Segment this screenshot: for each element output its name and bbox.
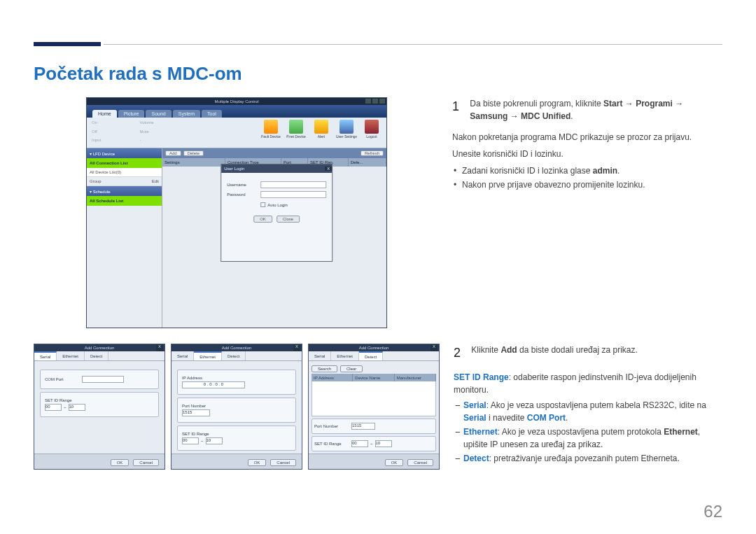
tab-tool[interactable]: Tool <box>202 110 222 118</box>
ac-tab-serial3[interactable]: Serial <box>309 351 331 360</box>
header-rule-short <box>34 42 101 46</box>
ribbon-volume[interactable]: Volume <box>139 120 187 128</box>
add-button[interactable]: Add <box>165 150 181 156</box>
tab-picture[interactable]: Picture <box>118 110 145 118</box>
ac-title-text: Add Connection <box>85 346 115 350</box>
step2: 2 Kliknite Add da biste dodali uređaj za… <box>454 344 722 363</box>
ac-tab-serial2[interactable]: Serial <box>172 351 194 360</box>
sidebar-all-list[interactable]: All Device List(0) <box>87 168 162 177</box>
ribbon-on[interactable]: On <box>91 120 139 128</box>
close-icon[interactable] <box>379 99 385 104</box>
eth-setid-from[interactable]: 00 <box>182 437 199 444</box>
ac-eth-body: IP Address 0 . 0 . 0 . 0 Port Number 151… <box>172 361 302 454</box>
mdc-main-area: Add Delete Refresh Settings Connection T… <box>162 148 386 328</box>
login-ok-button[interactable]: OK <box>253 216 272 223</box>
addconn-serial-dialog: Add ConnectionX Serial Ethernet Detect C… <box>34 344 165 470</box>
start-label: Start <box>603 99 622 108</box>
setid-to[interactable]: 10 <box>69 404 85 411</box>
sidebar-lfd-header[interactable]: ▾ LFD Device <box>87 148 162 158</box>
min-icon[interactable] <box>365 99 371 104</box>
tab-system[interactable]: System <box>173 110 200 118</box>
det-setid-from[interactable]: 00 <box>351 440 368 447</box>
sidebar-group-row[interactable]: Group Edit <box>87 177 162 186</box>
ac-eth-footer: OK Cancel <box>172 454 302 470</box>
login-body: Username Password Auto Login <box>221 173 332 228</box>
addconn-ethernet-dialog: Add ConnectionX Serial Ethernet Detect I… <box>171 344 302 470</box>
ac-tab-ethernet2[interactable]: Ethernet <box>194 351 222 360</box>
password-input[interactable] <box>260 191 326 198</box>
mdc-titlebar: Multiple Display Control <box>87 98 386 105</box>
sidebar-schedule-list[interactable]: All Schedule List <box>87 196 162 206</box>
username-input[interactable] <box>260 181 326 188</box>
com-port-select[interactable] <box>82 376 124 383</box>
login-buttons: OK Close <box>227 216 326 223</box>
ac-cancel-button3[interactable]: Cancel <box>407 459 433 466</box>
det-setid-to[interactable]: 10 <box>375 440 392 447</box>
col-ip: IP Address <box>312 374 353 381</box>
tilde2: ~ <box>201 439 204 443</box>
det-setid-label: SET ID Range <box>314 442 349 446</box>
ribbon-off[interactable]: Off <box>91 129 139 137</box>
refresh-button[interactable]: Refresh <box>360 150 384 156</box>
ribbon-mute[interactable]: Mute <box>139 129 187 137</box>
fault-device-button[interactable]: Fault Device <box>260 120 281 146</box>
period1: . <box>570 111 573 121</box>
s2-text1: Kliknite <box>471 345 500 355</box>
setid-from[interactable]: 00 <box>45 404 62 411</box>
serial-blue: Serial <box>463 400 486 410</box>
ribbon-right-icons: Fault Device P.net Device Alert User Set… <box>190 118 386 148</box>
det-setid-group: SET ID Range 00 ~ 10 <box>312 436 436 451</box>
det-port-input[interactable]: 1515 <box>351 423 375 430</box>
ribbon-input[interactable]: Input <box>91 137 139 146</box>
ip-input[interactable]: 0 . 0 . 0 . 0 <box>182 381 245 388</box>
delete-button[interactable]: Delete <box>183 150 204 156</box>
col-manu: Manufacturer <box>395 374 436 381</box>
warning-icon <box>264 120 278 134</box>
clear-button[interactable]: Clear <box>340 365 363 372</box>
b1c: . <box>617 166 620 176</box>
eth-setid-to[interactable]: 10 <box>206 437 223 444</box>
ac-ok-button3[interactable]: OK <box>385 459 404 466</box>
ac-ok-button[interactable]: OK <box>111 459 130 466</box>
alert-button[interactable]: Alert <box>311 120 332 146</box>
user-settings-button[interactable]: User Settings <box>336 120 357 146</box>
login-titlebar: User Login X <box>221 164 332 173</box>
header-rule-long <box>104 44 722 45</box>
ac-tab-ethernet3[interactable]: Ethernet <box>331 351 359 360</box>
login-close-icon[interactable]: X <box>325 167 332 171</box>
sidebar-edit-link[interactable]: Edit <box>152 179 159 183</box>
tab-home[interactable]: Home <box>92 110 117 118</box>
ac-close-icon2[interactable]: X <box>293 344 300 351</box>
auto-login-label: Auto Login <box>267 203 288 207</box>
port-input[interactable]: 1515 <box>182 409 210 416</box>
serial-c: i navedite <box>486 413 527 423</box>
det-port-group: Port Number1515 <box>312 419 436 434</box>
sidebar-schedule-header[interactable]: ▾ Schedule <box>87 186 162 196</box>
ac-tab-serial[interactable]: Serial <box>34 351 57 360</box>
ac-tab-detect2[interactable]: Detect <box>222 351 246 360</box>
serial-a: : Ako je veza uspostavljena putem kabela… <box>486 400 706 410</box>
ac-close-icon3[interactable]: X <box>430 344 438 351</box>
max-icon[interactable] <box>372 99 378 104</box>
ac-cancel-button[interactable]: Cancel <box>133 459 159 466</box>
ac-close-icon[interactable]: X <box>156 344 163 351</box>
pnet-device-button[interactable]: P.net Device <box>286 120 307 146</box>
ac-tab-detect3[interactable]: Detect <box>359 351 383 360</box>
ac-tab-ethernet[interactable]: Ethernet <box>57 351 85 360</box>
logout-button[interactable]: Logout <box>361 120 382 146</box>
mdc-window-title: Multiple Display Control <box>214 99 258 104</box>
login-close-button[interactable]: Close <box>276 216 300 223</box>
users-label: User Settings <box>336 134 357 139</box>
fault-label: Fault Device <box>261 134 281 139</box>
auto-login-check[interactable]: Auto Login <box>260 202 326 207</box>
eth-a: : Ako je veza uspostavljena putem protok… <box>498 427 664 437</box>
search-button[interactable]: Search <box>312 365 337 372</box>
ac-ok-button2[interactable]: OK <box>248 459 267 466</box>
detect-table-body <box>312 381 436 416</box>
sidebar-all-list-label: All Device List(0) <box>90 170 121 174</box>
ac-tab-detect[interactable]: Detect <box>85 351 108 360</box>
ac-cancel-button2[interactable]: Cancel <box>270 459 296 466</box>
tab-sound[interactable]: Sound <box>146 110 171 118</box>
instructions-step1: 1 Da biste pokrenuli program, kliknite S… <box>452 97 722 328</box>
sidebar-conn-list[interactable]: All Connection List <box>87 158 162 168</box>
